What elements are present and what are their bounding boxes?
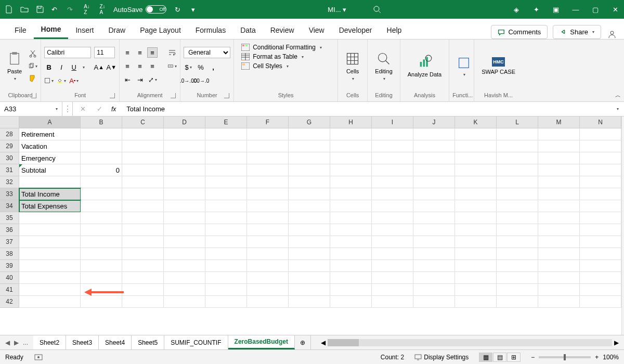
cell-I31[interactable] (372, 164, 413, 176)
cell-F33[interactable] (247, 188, 289, 200)
page-break-view-icon[interactable]: ⊞ (507, 353, 521, 362)
cell-F42[interactable] (247, 296, 289, 308)
cell-E36[interactable] (205, 224, 247, 236)
cell-F31[interactable] (247, 164, 289, 176)
cell-L33[interactable] (497, 188, 538, 200)
cell-D33[interactable] (164, 188, 205, 200)
cell-B42[interactable] (81, 296, 122, 308)
cell-I29[interactable] (372, 140, 413, 152)
expand-formula-icon[interactable]: ▾ (617, 107, 619, 111)
fill-color-icon[interactable]: ▾ (57, 76, 66, 85)
cell-E41[interactable] (205, 284, 247, 296)
search-icon[interactable] (372, 5, 382, 14)
cell-A29[interactable]: Vacation (19, 140, 81, 152)
align-middle-icon[interactable]: ≡ (135, 48, 145, 57)
cell-J32[interactable] (413, 176, 455, 188)
cells-button[interactable]: Cells▾ (341, 42, 364, 90)
cell-K32[interactable] (455, 176, 497, 188)
cell-I39[interactable] (372, 260, 413, 272)
cell-E35[interactable] (205, 212, 247, 224)
sheet-tab-sheet2[interactable]: Sheet2 (33, 335, 66, 349)
page-layout-view-icon[interactable]: ▤ (493, 353, 506, 362)
cell-L31[interactable] (497, 164, 538, 176)
cell-L42[interactable] (497, 296, 538, 308)
swap-case-button[interactable]: HMC SWAP CASE (477, 42, 519, 90)
cell-I35[interactable] (372, 212, 413, 224)
cell-M39[interactable] (538, 260, 580, 272)
cell-J28[interactable] (413, 128, 455, 140)
cell-N38[interactable] (580, 248, 621, 260)
cell-N33[interactable] (580, 188, 621, 200)
cell-D37[interactable] (164, 236, 205, 248)
cell-J42[interactable] (413, 296, 455, 308)
font-color-icon[interactable]: A▾ (69, 76, 79, 85)
row-header-32[interactable]: 32 (0, 176, 19, 188)
cell-K29[interactable] (455, 140, 497, 152)
cell-A31[interactable]: Subtotal (19, 164, 81, 176)
cell-G40[interactable] (289, 272, 330, 284)
align-right-icon[interactable]: ≡ (148, 61, 157, 71)
cell-D32[interactable] (164, 176, 205, 188)
maximize-icon[interactable]: ▢ (591, 5, 600, 14)
fx-icon[interactable]: fx (111, 106, 116, 113)
sheet-tab-sheet3[interactable]: Sheet3 (66, 335, 99, 349)
namebox-opts-icon[interactable]: ⋮ (62, 102, 73, 116)
cell-M29[interactable] (538, 140, 580, 152)
cell-H29[interactable] (330, 140, 372, 152)
cell-K39[interactable] (455, 260, 497, 272)
row-header-28[interactable]: 28 (0, 128, 19, 140)
functions-button[interactable]: ▾ (452, 42, 475, 90)
col-header-H[interactable]: H (330, 116, 372, 128)
cell-A34[interactable]: Total Expenses (19, 200, 81, 212)
align-left-icon[interactable]: ≡ (123, 61, 132, 71)
cell-K42[interactable] (455, 296, 497, 308)
cell-K40[interactable] (455, 272, 497, 284)
cell-B37[interactable] (81, 236, 122, 248)
align-center-icon[interactable]: ≡ (135, 61, 145, 71)
vertical-scrollbar[interactable] (621, 116, 624, 335)
format-painter-icon[interactable] (28, 74, 37, 83)
cell-L41[interactable] (497, 284, 538, 296)
horizontal-scrollbar[interactable]: ◀ ▶ (316, 335, 624, 349)
cell-F30[interactable] (247, 152, 289, 164)
sheet-tab-sumif_countif[interactable]: SUMIF_COUNTIF (164, 335, 228, 349)
profile-icon[interactable] (607, 30, 617, 39)
cell-I38[interactable] (372, 248, 413, 260)
cell-B29[interactable] (81, 140, 122, 152)
borders-icon[interactable]: ▾ (44, 76, 54, 85)
cell-J35[interactable] (413, 212, 455, 224)
cell-N32[interactable] (580, 176, 621, 188)
cell-C28[interactable] (122, 128, 164, 140)
cell-B36[interactable] (81, 224, 122, 236)
cell-A41[interactable] (19, 284, 81, 296)
cell-I30[interactable] (372, 152, 413, 164)
col-header-I[interactable]: I (372, 116, 413, 128)
cell-L40[interactable] (497, 272, 538, 284)
cell-A35[interactable] (19, 212, 81, 224)
cell-E29[interactable] (205, 140, 247, 152)
cell-G31[interactable] (289, 164, 330, 176)
cell-F40[interactable] (247, 272, 289, 284)
row-header-42[interactable]: 42 (0, 296, 19, 308)
cell-M34[interactable] (538, 200, 580, 212)
zoom-level[interactable]: 100% (603, 354, 619, 361)
dialog-launcher-icon[interactable] (224, 93, 229, 98)
zoom-control[interactable]: − + 100% (531, 354, 619, 361)
qat-dropdown-icon[interactable]: ▾ (188, 5, 198, 14)
sheet-nav-next-icon[interactable]: ▶ (14, 339, 19, 346)
cell-K33[interactable] (455, 188, 497, 200)
cell-C38[interactable] (122, 248, 164, 260)
cell-B38[interactable] (81, 248, 122, 260)
cell-H33[interactable] (330, 188, 372, 200)
cell-N37[interactable] (580, 236, 621, 248)
name-box[interactable]: A33▾ (0, 102, 62, 116)
cell-A40[interactable] (19, 272, 81, 284)
cell-G29[interactable] (289, 140, 330, 152)
row-header-31[interactable]: 31 (0, 164, 19, 176)
cell-J30[interactable] (413, 152, 455, 164)
cell-F28[interactable] (247, 128, 289, 140)
zoom-out-icon[interactable]: − (531, 354, 535, 361)
cell-A33[interactable]: Total Income (19, 188, 81, 200)
cell-L32[interactable] (497, 176, 538, 188)
row-header-34[interactable]: 34 (0, 200, 19, 212)
